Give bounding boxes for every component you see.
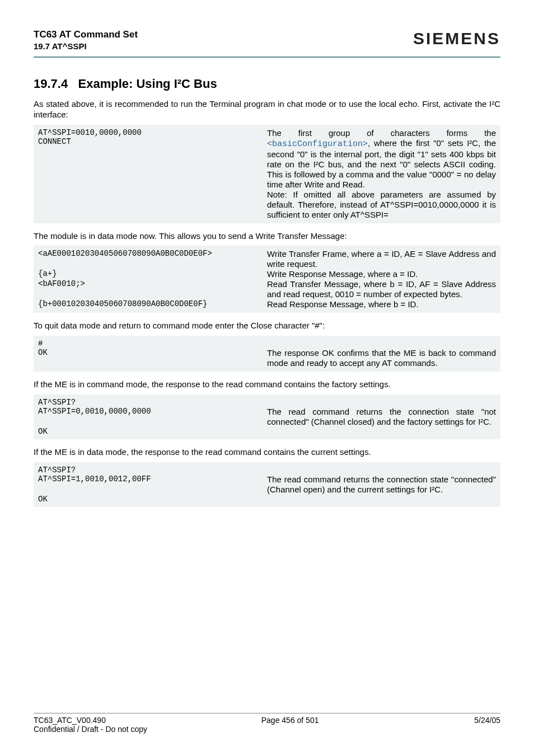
section-heading: 19.7.4 Example: Using I²C Bus <box>34 77 500 91</box>
example-block-1: AT^SSPI=0010,0000,0000 CONNECT The first… <box>34 125 500 223</box>
desc-pre: The first group of characters forms the <box>267 128 496 138</box>
desc-post: , where the first "0" sets I²C, the seco… <box>267 138 496 219</box>
page-header: TC63 AT Command Set 19.7 AT^SSPI SIEMENS <box>34 29 500 58</box>
command-desc: Read Response Message, where b = ID. <box>267 299 496 309</box>
brand-logo: SIEMENS <box>413 29 500 48</box>
command-desc: Read Transfer Message, where b = ID, AF … <box>267 279 496 299</box>
footer-confidentiality: Confidential / Draft - Do not copy <box>34 725 147 734</box>
command-desc: Write Transfer Frame, where a = ID, AE =… <box>267 249 496 269</box>
command-text: # <box>38 339 267 348</box>
section-title: Example: Using I²C Bus <box>78 77 217 91</box>
footer-date: 5/24/05 <box>474 716 500 725</box>
basic-configuration-link[interactable]: <basicConfiguration> <box>267 139 368 149</box>
command-text: {a+} <box>38 269 267 278</box>
section-number: 19.7.4 <box>34 77 68 91</box>
command-desc: Write Response Message, where a = ID. <box>267 269 496 279</box>
command-text: {b+000102030405060708090A0B0C0D0E0F} <box>38 299 267 308</box>
command-text: AT^SSPI? <box>38 398 267 407</box>
command-desc: The first group of characters forms the … <box>267 128 496 220</box>
example-block-2: <aAE000102030405060708090A0B0C0D0E0F> Wr… <box>34 246 500 313</box>
page-footer: TC63_ATC_V00.490 Page 456 of 501 5/24/05… <box>34 713 500 734</box>
command-desc: The read command returns the connection … <box>267 475 496 495</box>
command-text: AT^SSPI=0010,0000,0000 CONNECT <box>38 128 267 146</box>
command-text: <bAF0010;> <box>38 279 267 288</box>
command-text: OK <box>38 348 267 357</box>
command-text: AT^SSPI=1,0010,0012,00FF <box>38 475 267 483</box>
example-block-3: # OK The response OK confirms that the M… <box>34 336 500 372</box>
footer-doc-version: TC63_ATC_V00.490 <box>34 716 106 725</box>
command-text: OK <box>38 495 267 504</box>
paragraph-5: If the ME is in data mode, the response … <box>34 447 500 458</box>
footer-page-number: Page 456 of 501 <box>261 716 319 725</box>
paragraph-4: If the ME is in command mode, the respon… <box>34 379 500 390</box>
command-desc: The read command returns the connection … <box>267 407 496 427</box>
command-text: AT^SSPI? <box>38 466 267 475</box>
doc-title: TC63 AT Command Set <box>34 29 138 40</box>
intro-paragraph: As stated above, it is recommended to ru… <box>34 99 500 120</box>
command-text: OK <box>38 427 267 436</box>
doc-subtitle: 19.7 AT^SSPI <box>34 41 138 51</box>
command-text: <aAE000102030405060708090A0B0C0D0E0F> <box>38 249 267 258</box>
paragraph-2: The module is in data mode now. This all… <box>34 231 500 242</box>
example-block-4: AT^SSPI? AT^SSPI=0,0010,0000,0000 The re… <box>34 395 500 439</box>
example-block-5: AT^SSPI? AT^SSPI=1,0010,0012,00FF The re… <box>34 462 500 507</box>
command-desc: The response OK confirms that the ME is … <box>267 348 496 368</box>
command-text: AT^SSPI=0,0010,0000,0000 <box>38 407 267 416</box>
paragraph-3: To quit data mode and return to command … <box>34 321 500 331</box>
